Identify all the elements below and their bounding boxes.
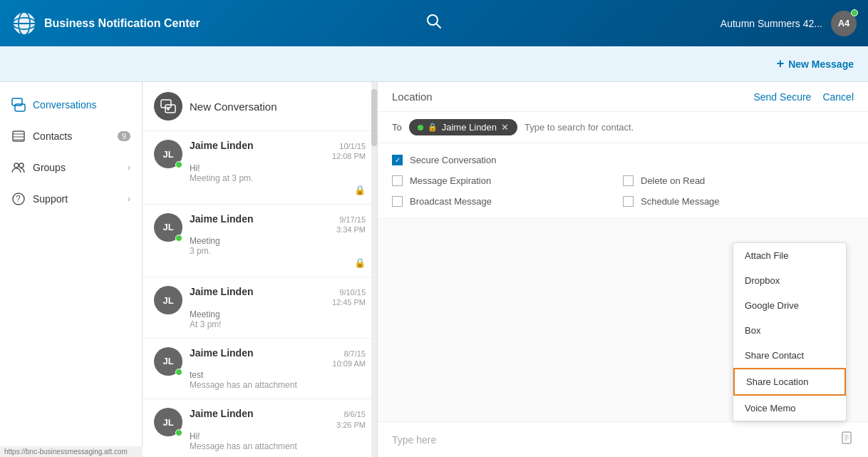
options-area: ✓ Secure Conversation Message Expiration…	[378, 143, 868, 219]
broadcast-label: Broadcast Message	[410, 196, 492, 207]
user-name: Autumn Summers 42...	[720, 18, 822, 29]
svg-line-6	[436, 24, 440, 28]
secure-conversation-checkbox[interactable]: ✓	[392, 155, 403, 165]
message-expiration-cell: Message Expiration	[392, 175, 623, 186]
new-message-button[interactable]: + New Message	[777, 56, 854, 71]
conversation-list: New Conversation JL Jaime Linden 10/1/15…	[143, 82, 378, 457]
delete-on-read-checkbox[interactable]	[623, 175, 634, 186]
conv-top: Jaime Linden 9/10/1512:45 PM	[190, 286, 366, 308]
conv-avatar: JL	[154, 286, 182, 314]
conv-name: Jaime Linden	[190, 408, 253, 419]
conversations-icon	[11, 98, 26, 112]
conv-online-dot	[175, 235, 182, 242]
search-icon[interactable]	[426, 14, 442, 33]
conv-body: Jaime Linden 8/6/153:26 PM Hi! Message h…	[190, 408, 366, 451]
conv-online-dot	[175, 429, 182, 436]
conv-date: 10/1/1512:08 PM	[332, 141, 366, 162]
conv-date: 8/7/1510:09 AM	[333, 349, 366, 369]
dropdown-item-google-drive[interactable]: Google Drive	[733, 293, 846, 318]
location-title: Location	[392, 91, 753, 103]
to-field: To 🔒 Jaime Linden ✕	[378, 112, 868, 143]
conv-top: Jaime Linden 8/7/1510:09 AM	[190, 347, 366, 369]
conv-avatar: JL	[154, 347, 182, 376]
conversation-item[interactable]: JL Jaime Linden 8/6/153:26 PM Hi! Messag…	[143, 399, 377, 457]
conv-online-dot	[175, 369, 182, 376]
recipient-online-dot	[418, 125, 423, 130]
online-indicator	[851, 9, 858, 16]
secure-conversation-row: ✓ Secure Conversation	[392, 155, 854, 165]
conv-top: Jaime Linden 9/17/153:34 PM	[190, 213, 366, 235]
broadcast-checkbox[interactable]	[392, 196, 403, 207]
conv-online-dot	[175, 161, 182, 168]
sub-header: + New Message	[0, 46, 868, 82]
conv-name: Jaime Linden	[190, 140, 253, 151]
conversation-items: JL Jaime Linden 10/1/1512:08 PM Hi! Meet…	[143, 131, 377, 457]
message-expiration-checkbox[interactable]	[392, 175, 403, 186]
groups-chevron-icon: ›	[128, 163, 130, 173]
dropdown-item-share-contact[interactable]: Share Contact	[733, 343, 846, 368]
conv-lock-icon: 🔒	[190, 185, 366, 195]
contact-search-input[interactable]	[525, 122, 854, 133]
conv-preview: test	[190, 370, 366, 380]
svg-point-14	[19, 163, 24, 168]
conversation-item[interactable]: JL Jaime Linden 9/10/1512:45 PM Meeting …	[143, 277, 377, 339]
app-header: Business Notification Center Autumn Summ…	[0, 0, 868, 46]
type-area: Type here	[378, 421, 868, 457]
status-url: https://bnc-businessmessaging.att.com	[4, 448, 128, 456]
new-conversation-header[interactable]: New Conversation	[143, 82, 377, 131]
secure-conversation-label: Secure Conversation	[410, 155, 496, 165]
schedule-checkbox[interactable]	[623, 196, 634, 207]
conv-preview: Hi!	[190, 163, 366, 173]
plus-icon: +	[777, 56, 785, 71]
support-chevron-icon: ›	[128, 194, 130, 204]
type-here-placeholder: Type here	[392, 434, 436, 446]
main-content: Location Send Secure Cancel To 🔒 Jaime L…	[378, 82, 868, 457]
conv-extra: 3 pm.	[190, 246, 366, 256]
conv-name: Jaime Linden	[190, 286, 253, 297]
location-header: Location Send Secure Cancel	[378, 82, 868, 112]
dropdown-item-share-location[interactable]: Share Location	[733, 368, 846, 396]
svg-point-13	[14, 163, 19, 168]
conv-extra: Message has an attachment	[190, 380, 366, 390]
recipient-chip[interactable]: 🔒 Jaime Linden ✕	[409, 119, 517, 135]
recipient-name: Jaime Linden	[442, 122, 497, 133]
conv-extra: Meeting at 3 pm.	[190, 173, 366, 183]
support-icon: ?	[11, 192, 26, 206]
dropdown-item-attach-file[interactable]: Attach File	[733, 243, 846, 268]
conv-name: Jaime Linden	[190, 347, 253, 359]
dropdown-item-box[interactable]: Box	[733, 318, 846, 343]
sidebar-item-groups[interactable]: Groups ›	[0, 152, 142, 183]
conv-body: Jaime Linden 10/1/1512:08 PM Hi! Meeting…	[190, 140, 366, 195]
conv-avatar: JL	[154, 213, 182, 242]
schedule-label: Schedule Message	[641, 196, 720, 207]
cancel-button[interactable]: Cancel	[822, 91, 854, 103]
conv-body: Jaime Linden 9/17/153:34 PM Meeting 3 pm…	[190, 213, 366, 269]
scrollbar-thumb[interactable]	[371, 89, 377, 146]
sidebar-conversations-label: Conversations	[33, 99, 97, 111]
conv-avatar: JL	[154, 140, 182, 168]
new-conversation-label: New Conversation	[190, 101, 277, 113]
remove-recipient-icon[interactable]: ✕	[501, 122, 509, 133]
scrollbar-track[interactable]	[371, 82, 377, 457]
sidebar-item-contacts[interactable]: Contacts 9	[0, 120, 142, 152]
conv-preview: Hi!	[190, 431, 366, 441]
sidebar-item-conversations[interactable]: Conversations	[0, 89, 142, 120]
avatar[interactable]: A4	[831, 11, 857, 36]
svg-text:?: ?	[16, 194, 21, 204]
conv-body: Jaime Linden 9/10/1512:45 PM Meeting At …	[190, 286, 366, 329]
conv-top: Jaime Linden 10/1/1512:08 PM	[190, 140, 366, 162]
conversation-item[interactable]: JL Jaime Linden 8/7/1510:09 AM test Mess…	[143, 339, 377, 400]
attachment-icon[interactable]	[839, 431, 854, 448]
conv-avatar: JL	[154, 408, 182, 436]
sidebar-support-label: Support	[33, 193, 68, 205]
sidebar-groups-label: Groups	[33, 162, 66, 173]
conversation-item[interactable]: JL Jaime Linden 9/17/153:34 PM Meeting 3…	[143, 205, 377, 278]
conv-body: Jaime Linden 8/7/1510:09 AM test Message…	[190, 347, 366, 391]
dropdown-item-voice-memo[interactable]: Voice Memo	[733, 396, 846, 421]
send-secure-button[interactable]: Send Secure	[753, 91, 811, 103]
contacts-icon	[11, 129, 26, 143]
broadcast-cell: Broadcast Message	[392, 196, 623, 207]
sidebar-item-support[interactable]: ? Support ›	[0, 183, 142, 215]
conversation-item[interactable]: JL Jaime Linden 10/1/1512:08 PM Hi! Meet…	[143, 131, 377, 205]
dropdown-item-dropbox[interactable]: Dropbox	[733, 268, 846, 293]
